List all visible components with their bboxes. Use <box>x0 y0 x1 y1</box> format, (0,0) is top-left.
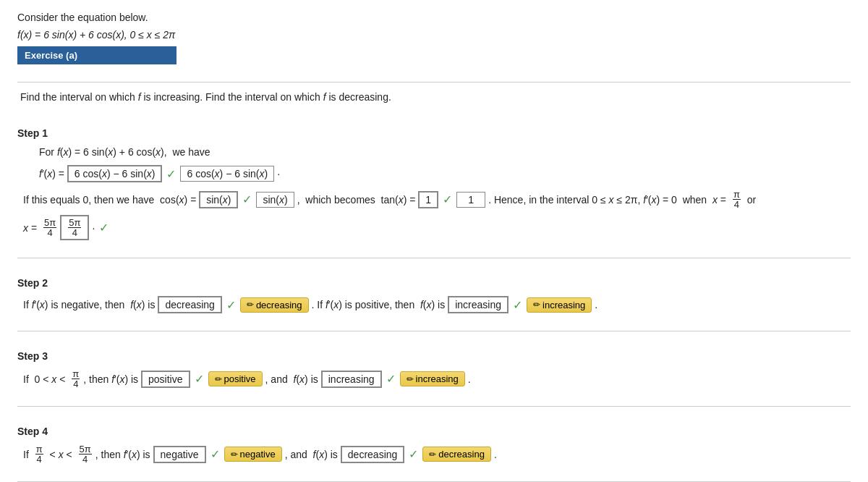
step1-frac-5pi4: 5π 4 <box>43 218 56 237</box>
step4-frac2-den: 4 <box>82 454 88 464</box>
step1-section: Step 1 For f(x) = 6 sin(x) + 6 cos(x), w… <box>17 117 851 249</box>
step1-if-text: If this equals 0, then we have cos(x) = … <box>23 191 238 208</box>
step4-lt: < x < <box>47 449 75 460</box>
step4-check1: ✓ <box>210 447 220 461</box>
step1-frac-num: 5π <box>43 218 56 228</box>
step1-check2: ✓ <box>242 193 252 206</box>
step2-line: If f′(x) is negative, then f(x) is decre… <box>17 296 851 313</box>
step4-pencil-btn2[interactable]: decreasing <box>422 447 491 462</box>
step1-for-text: For f(x) = 6 sin(x) + 6 cos(x), we have <box>39 146 210 158</box>
step1-fprime-line: f′(x) = 6 cos(x) − 6 sin(x) ✓ 6 cos(x) −… <box>17 165 851 182</box>
step1-check1: ✓ <box>166 167 176 181</box>
step4-answer-box2: decreasing <box>341 446 405 463</box>
step1-label: Step 1 <box>17 127 851 139</box>
step1-display-box2: sin(x) <box>256 192 294 208</box>
step4-mid: , then f′(x) is <box>95 449 150 460</box>
step1-check4: ✓ <box>99 221 109 234</box>
step2-answer-box2: increasing <box>448 296 509 313</box>
exercise-instruction: Find the interval on which f is increasi… <box>17 91 851 103</box>
step2-dot: . <box>595 299 597 310</box>
step4-answer-box1: negative <box>153 446 206 463</box>
step4-label: Step 4 <box>17 426 851 437</box>
step3-pencil-btn1[interactable]: positive <box>208 371 263 386</box>
step2-divider <box>17 331 851 331</box>
step2-prefix: If f′(x) is negative, then f(x) is <box>23 299 155 310</box>
step1-answer-box5: 5π 4 <box>60 215 89 240</box>
step4-frac1-num: π <box>35 444 43 454</box>
step3-frac-num: π <box>72 369 80 379</box>
step2-pencil-btn1[interactable]: decreasing <box>240 297 309 313</box>
step1-or-text: or <box>744 194 756 206</box>
step1-comma: , which becomes tan(x) = 1 <box>297 191 438 208</box>
step1-dot1: · <box>277 168 280 179</box>
step3-prefix: If 0 < x < <box>23 373 68 385</box>
step1-line3: x = 5π 4 5π 4 · ✓ <box>17 215 851 240</box>
step3-pencil-btn2[interactable]: increasing <box>400 371 465 386</box>
step1-answer-box2: sin(x) <box>199 191 238 208</box>
page-container: Consider the equation below. f(x) = 6 si… <box>17 12 851 482</box>
step1-frac-pi4: π 4 <box>733 190 741 209</box>
step2-check2: ✓ <box>513 298 522 312</box>
step3-divider <box>17 406 851 407</box>
step3-line: If 0 < x < π 4 , then f′(x) is positive … <box>17 369 851 389</box>
step4-line: If π 4 < x < 5π 4 , then f′(x) is negati… <box>17 444 851 464</box>
step4-frac1-den: 4 <box>36 454 43 464</box>
step3-mid: , then f′(x) is <box>83 373 138 385</box>
step2-mid-text: . If f′(x) is positive, then f(x) is <box>312 299 446 310</box>
step1-dot2: · <box>92 222 95 234</box>
function-definition: f(x) = 6 sin(x) + 6 cos(x), 0 ≤ x ≤ 2π <box>17 29 851 41</box>
step2-answer-box1: decreasing <box>158 296 222 313</box>
step4-if-text: If <box>23 449 32 460</box>
step4-frac1: π 4 <box>35 444 43 464</box>
step4-frac2: 5π 4 <box>79 444 92 464</box>
step4-pencil-btn1[interactable]: negative <box>224 447 282 462</box>
function-text: f(x) = 6 sin(x) + 6 cos(x), 0 ≤ x ≤ 2π <box>17 29 175 41</box>
step4-section: Step 4 If π 4 < x < 5π 4 , then f′(x) is… <box>17 415 851 473</box>
step4-dot: . <box>494 449 497 460</box>
step1-display-box3: 1 <box>456 192 485 208</box>
step2-label: Step 2 <box>17 277 851 289</box>
header-divider <box>17 82 851 83</box>
step4-check2: ✓ <box>409 447 418 461</box>
step1-check3: ✓ <box>443 193 452 206</box>
exercise-header: Exercise (a) <box>17 46 176 64</box>
step1-frac-den: 4 <box>46 228 53 237</box>
step1-hence-text: . Hence, in the interval 0 ≤ x ≤ 2π, f′(… <box>488 194 729 206</box>
step3-check1: ✓ <box>195 372 204 386</box>
step4-and: , and f(x) is <box>285 449 338 460</box>
intro-text: Consider the equation below. <box>17 12 851 23</box>
step3-dot: . <box>468 373 471 385</box>
step1-line2: If this equals 0, then we have cos(x) = … <box>17 190 851 209</box>
step1-line1: For f(x) = 6 sin(x) + 6 cos(x), we have <box>17 146 851 158</box>
step2-section: Step 2 If f′(x) is negative, then f(x) i… <box>17 267 851 322</box>
step1-answer-box3: 1 <box>418 191 438 208</box>
step3-answer-box1: positive <box>141 371 190 388</box>
step3-check2: ✓ <box>386 372 396 386</box>
step3-section: Step 3 If 0 < x < π 4 , then f′(x) is po… <box>17 340 851 397</box>
step1-x-label: x = <box>23 222 40 234</box>
step3-answer-box2: increasing <box>321 371 382 388</box>
step1-divider <box>17 258 851 258</box>
step3-frac-den: 4 <box>72 379 79 389</box>
step3-and: , and f(x) is <box>265 373 318 385</box>
step1-display-box1: 6 cos(x) − 6 sin(x) <box>180 166 274 182</box>
step4-frac2-num: 5π <box>79 444 92 454</box>
step2-check1: ✓ <box>226 298 236 312</box>
step1-fprime-label: f′(x) = 6 cos(x) − 6 sin(x) <box>39 165 162 182</box>
step2-pencil-btn2[interactable]: increasing <box>527 297 592 313</box>
step3-label: Step 3 <box>17 350 851 362</box>
step1-answer-box1: 6 cos(x) − 6 sin(x) <box>67 165 163 182</box>
step3-frac: π 4 <box>72 369 80 389</box>
